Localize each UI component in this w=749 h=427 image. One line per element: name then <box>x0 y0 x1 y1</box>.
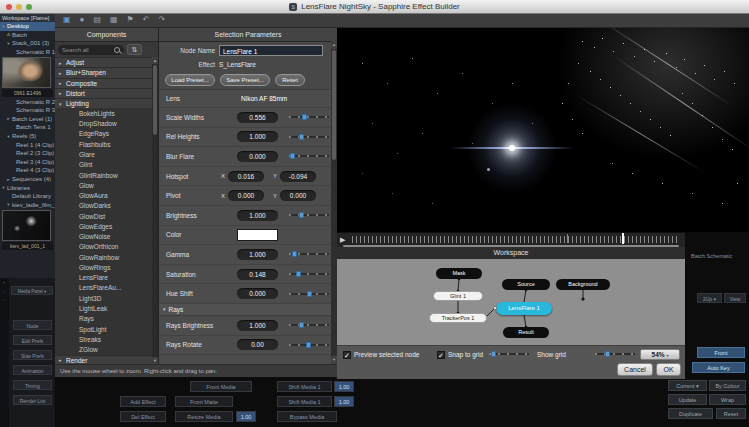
flame-left-button[interactable]: Node <box>13 320 52 330</box>
component-item[interactable]: ▸ Adjust <box>55 57 158 67</box>
sort-button[interactable]: ⇅ <box>127 44 142 55</box>
zoom-window-icon[interactable] <box>26 4 32 10</box>
open-icon[interactable]: ▤ <box>93 16 101 24</box>
node-mask[interactable]: Mask <box>436 268 482 279</box>
preview-viewport[interactable] <box>337 28 749 232</box>
tree-item[interactable]: Default Library <box>0 192 55 201</box>
tree-item[interactable]: ▾ Reels (5) <box>0 132 55 141</box>
component-item[interactable]: ▾ Lighting <box>55 98 158 108</box>
component-item[interactable]: LensFlareAu... <box>55 283 158 293</box>
tree-item[interactable]: Batch Tens 1 <box>0 123 55 132</box>
close-window-icon[interactable] <box>6 4 12 10</box>
redo-icon[interactable]: ↷ <box>158 16 165 24</box>
tree-item[interactable]: Reel 3 (4 Clip) <box>0 158 55 167</box>
rel-heights-value[interactable]: 1.000 <box>237 131 278 142</box>
component-item[interactable]: GlowRainbow <box>55 252 158 262</box>
component-item[interactable]: ▸ Render <box>55 355 158 364</box>
flame-bottom-button[interactable]: Resize Media <box>175 411 233 422</box>
flame-bottom-button[interactable]: Front Matte <box>175 396 233 407</box>
component-item[interactable]: Glint <box>55 160 158 170</box>
node-name-input[interactable]: LensFlare 1 <box>219 45 323 56</box>
node-trackerpos[interactable]: TrackerPos 1 <box>429 313 487 323</box>
scale-widths-value[interactable]: 0.556 <box>237 112 278 123</box>
component-item[interactable]: GlowEdges <box>55 221 158 231</box>
new-setup-icon[interactable]: ▣ <box>63 16 71 24</box>
preview-selected-checkbox[interactable]: ✓ <box>343 351 351 359</box>
clip-thumbnail-portrait[interactable] <box>2 57 51 88</box>
blur-flare-value[interactable]: 0.000 <box>237 151 278 162</box>
component-item[interactable]: Rays <box>55 314 158 324</box>
front-button[interactable]: Front <box>697 347 745 358</box>
node-input-port[interactable] <box>493 306 497 310</box>
dialog-title-bar[interactable]: S LensFlare NightSky - Sapphire Effect B… <box>0 0 749 14</box>
reset-button[interactable]: Reset <box>275 74 305 86</box>
hotspot-y-value[interactable]: -0.094 <box>280 171 316 182</box>
components-scrollbar[interactable]: ▲ ▼ <box>152 57 158 364</box>
component-item[interactable]: Glare <box>55 149 158 159</box>
zoom-level-dropdown[interactable]: 54% ▾ <box>640 349 680 360</box>
timeline-playhead[interactable] <box>622 233 624 244</box>
load-preset-button[interactable]: Load Preset... <box>165 74 215 86</box>
rays-brightness-value[interactable]: 1.000 <box>237 320 278 331</box>
workspace-node-graph[interactable]: Mask Glint 1 TrackerPos 1 Source LensFla… <box>337 259 685 345</box>
by-colour-button[interactable]: By Colour <box>709 380 746 391</box>
node-glint[interactable]: Glint 1 <box>433 291 483 301</box>
tree-item[interactable]: ▾ Stack_001 (3) <box>0 39 55 48</box>
scrollbar-thumb[interactable] <box>153 65 157 135</box>
component-item[interactable]: EdgeRays <box>55 129 158 139</box>
saturation-value[interactable]: 0.148 <box>237 269 278 280</box>
cancel-button[interactable]: Cancel <box>617 363 653 376</box>
rays-brightness-slider[interactable] <box>289 322 329 328</box>
tree-item[interactable]: ▸ Sequences (4) <box>0 175 55 184</box>
scale-widths-slider[interactable] <box>289 114 329 120</box>
rel-heights-slider[interactable] <box>289 134 329 140</box>
hotspot-x-value[interactable]: 0.016 <box>228 171 264 182</box>
component-item[interactable]: GlowRings <box>55 262 158 272</box>
saturation-slider[interactable] <box>289 271 329 277</box>
component-item[interactable]: GlowNoise <box>55 232 158 242</box>
component-item[interactable]: GlowOrthicon <box>55 242 158 252</box>
clip-thumbnail-night[interactable] <box>2 210 51 241</box>
grid-spacing-slider[interactable] <box>595 351 635 357</box>
tree-item[interactable]: Schematic R 3 <box>0 106 55 115</box>
scroll-up-icon[interactable]: ▲ <box>152 57 158 64</box>
tree-item[interactable]: ▾ Desktop <box>0 22 55 31</box>
gamma-slider[interactable] <box>289 251 329 257</box>
node-view-icon[interactable]: ● <box>80 16 85 24</box>
tree-item[interactable]: Schematic R 2 <box>0 97 55 106</box>
blur-flare-slider[interactable] <box>289 153 329 159</box>
component-item[interactable]: DropShadow <box>55 119 158 129</box>
scroll-down-icon[interactable]: ▼ <box>152 357 158 364</box>
component-item[interactable]: SpotLight <box>55 324 158 334</box>
component-item[interactable]: ZGlow <box>55 344 158 354</box>
flame-left-button[interactable]: Animation <box>13 365 52 375</box>
component-item[interactable]: LensFlare <box>55 273 158 283</box>
lens-value-dropdown[interactable]: Nikon AF 85mm <box>241 95 287 102</box>
component-item[interactable]: Glow <box>55 180 158 190</box>
play-icon[interactable]: ▶ <box>340 236 345 244</box>
view-mode-button[interactable]: 2Up ▾ <box>697 293 722 303</box>
flame-left-button[interactable]: Side Prefs <box>13 350 52 360</box>
component-item[interactable]: BokehLights <box>55 108 158 118</box>
node-background[interactable]: Background <box>556 279 610 290</box>
search-input[interactable]: Search all <box>58 45 124 55</box>
tree-item[interactable]: ▾ kiev_ladie_film_1 <box>0 201 55 210</box>
brightness-slider[interactable] <box>289 212 329 218</box>
gamma-value[interactable]: 1.000 <box>237 249 278 260</box>
pivot-y-value[interactable]: 0.000 <box>280 190 316 201</box>
flame-bottom-button[interactable]: Add Effect <box>120 396 166 407</box>
flame-bottom-button[interactable]: 1.00 <box>236 411 256 422</box>
component-item[interactable]: GlowDarks <box>55 201 158 211</box>
component-item[interactable]: Streaks <box>55 334 158 344</box>
save-preset-button[interactable]: Save Preset... <box>220 74 270 86</box>
flame-left-button[interactable]: Timing <box>13 380 52 390</box>
rays-section-header[interactable]: ▾ Rays <box>159 304 337 316</box>
undo-icon[interactable]: ↶ <box>143 16 150 24</box>
tree-item[interactable]: ⚠ Batch <box>0 31 55 40</box>
component-item[interactable]: Flashbulbs <box>55 139 158 149</box>
ok-button[interactable]: OK <box>656 363 681 376</box>
flame-left-button[interactable]: Edit Prefs <box>13 335 52 345</box>
auto-key-button[interactable]: Auto Key <box>692 362 745 373</box>
hue-shift-slider[interactable] <box>289 291 329 297</box>
grid-size-slider[interactable] <box>489 351 529 357</box>
